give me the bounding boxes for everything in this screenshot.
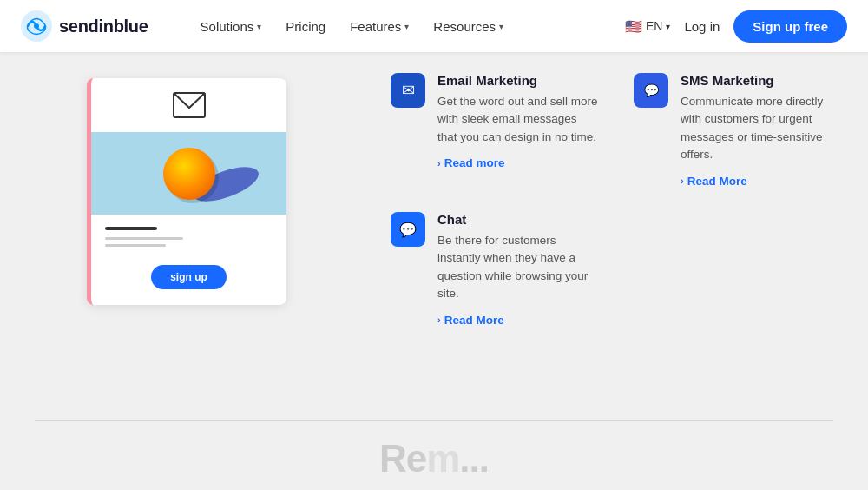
line-light-2	[105, 244, 166, 247]
email-icon: ✉	[402, 81, 415, 100]
signup-button[interactable]: Sign up free	[733, 10, 847, 43]
sms-marketing-title: SMS Marketing	[681, 73, 842, 88]
nav-solutions[interactable]: Solutions ▾	[201, 19, 262, 34]
sms-marketing-read-more[interactable]: › Read More	[681, 175, 747, 188]
email-marketing-icon-box: ✉	[391, 73, 425, 108]
email-marketing-read-more[interactable]: › Read more	[437, 156, 504, 169]
chevron-icon: ›	[681, 175, 684, 186]
chat-icon: 💬	[399, 222, 417, 238]
flag-icon: 🇺🇸	[625, 18, 642, 35]
chevron-icon: ›	[437, 158, 441, 169]
svg-point-1	[34, 23, 39, 29]
lang-arrow-icon: ▾	[666, 22, 670, 31]
chevron-icon: ›	[437, 315, 441, 325]
resources-arrow-icon: ▾	[499, 22, 503, 31]
navbar: sendinblue Solutions ▾ Pricing Features …	[0, 0, 868, 52]
card-lines	[91, 215, 286, 256]
logo-text: sendinblue	[59, 17, 148, 36]
features-arrow-icon: ▾	[404, 22, 409, 31]
nav-right: 🇺🇸 EN ▾ Log in Sign up free	[625, 10, 847, 43]
chat-body: Chat Be there for customers instantly wh…	[437, 212, 599, 327]
feature-chat: 💬 Chat Be there for customers instantly …	[391, 200, 599, 339]
line-dark	[105, 227, 157, 230]
nav-pricing[interactable]: Pricing	[286, 19, 326, 34]
logo-icon	[21, 10, 52, 42]
email-marketing-desc: Get the word out and sell more with slee…	[437, 93, 599, 146]
email-marketing-body: Email Marketing Get the word out and sel…	[437, 73, 599, 188]
envelope-icon	[173, 92, 206, 118]
line-light-1	[105, 237, 183, 240]
card-button-row: sign up	[91, 256, 286, 305]
logo[interactable]: sendinblue	[21, 10, 148, 42]
sms-marketing-icon-box: 💬	[634, 73, 668, 108]
sms-icon: 💬	[644, 83, 659, 97]
orange-ball	[163, 148, 215, 200]
feature-email-marketing: ✉ Email Marketing Get the word out and s…	[391, 61, 599, 200]
envelope-area	[91, 78, 286, 132]
chat-icon-box: 💬	[391, 212, 425, 247]
nav-links: Solutions ▾ Pricing Features ▾ Resources…	[201, 19, 503, 34]
lang-selector[interactable]: 🇺🇸 EN ▾	[625, 18, 670, 35]
chat-read-more[interactable]: › Read More	[437, 314, 504, 327]
sms-marketing-desc: Communicate more directly with customers…	[681, 93, 842, 163]
features-grid: ✉ Email Marketing Get the word out and s…	[391, 61, 842, 339]
chat-title: Chat	[437, 212, 599, 227]
feature-sms-marketing: 💬 SMS Marketing Communicate more directl…	[634, 61, 842, 200]
nav-features[interactable]: Features ▾	[350, 19, 409, 34]
card-signup-button[interactable]: sign up	[151, 265, 227, 289]
sms-marketing-body: SMS Marketing Communicate more directly …	[681, 73, 842, 188]
email-marketing-title: Email Marketing	[437, 73, 599, 88]
card-illustration	[91, 132, 286, 215]
solutions-arrow-icon: ▾	[257, 22, 261, 31]
chat-desc: Be there for customers instantly when th…	[437, 232, 599, 302]
nav-resources[interactable]: Resources ▾	[433, 19, 503, 34]
partial-section-heading: Rem...	[0, 432, 868, 480]
login-button[interactable]: Log in	[684, 19, 720, 34]
preview-card: sign up	[87, 78, 286, 305]
